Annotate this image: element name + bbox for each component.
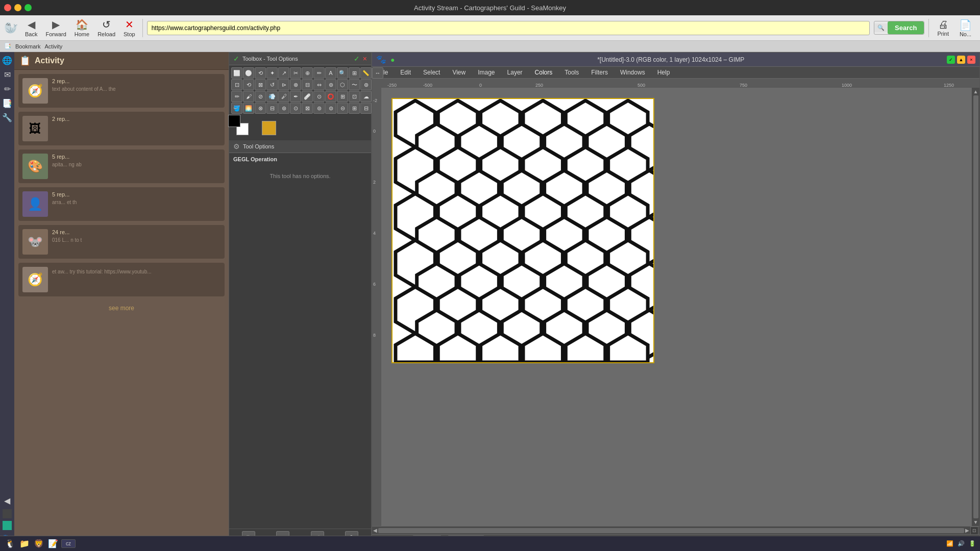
taskbar-kde-icon[interactable]: 🐧 [4, 538, 16, 550]
scroll-right-arrow[interactable]: ▶ [965, 528, 969, 533]
tool-foreground-select[interactable]: ⊕ [302, 67, 313, 79]
scroll-thumb-h[interactable] [378, 528, 964, 533]
print-button[interactable]: 🖨 Print [933, 18, 953, 38]
foreground-color-box[interactable] [228, 115, 240, 127]
tool-heal[interactable]: 🩹 [302, 91, 313, 102]
gimp-menu-view[interactable]: View [450, 68, 468, 77]
tool-mypaint[interactable]: ✒ [290, 91, 301, 102]
tool-ellipse-select[interactable]: ⚪ [243, 67, 254, 79]
sm-icon-browser[interactable]: 🌐 [1, 54, 14, 67]
sm-icon-compose[interactable]: ✏ [3, 83, 12, 95]
tool-extra9[interactable]: ⊟ [360, 103, 372, 114]
tool-shear[interactable]: ⊗ [290, 79, 301, 90]
sm-icon-bookmarks[interactable]: 📑 [1, 97, 14, 110]
minimize-button[interactable] [14, 4, 21, 11]
taskbar-files-icon[interactable]: 📁 [18, 538, 31, 550]
tool-airbrush[interactable]: 💨 [266, 91, 278, 102]
tool-extra4[interactable]: ⊠ [302, 103, 313, 114]
scroll-down-arrow[interactable]: ▼ [973, 519, 978, 525]
home-button[interactable]: 🏠 Home [71, 16, 92, 39]
tool-transform[interactable]: ⟲ [243, 79, 254, 90]
gimp-menu-filters[interactable]: Filters [589, 68, 610, 77]
tool-edit-select[interactable]: ⊗ [255, 103, 266, 114]
gimp-menu-select[interactable]: Select [421, 68, 442, 77]
tool-spot-heal[interactable]: ⭕ [325, 91, 336, 102]
tool-extra3[interactable]: ⊙ [290, 103, 301, 114]
tool-rotate[interactable]: ↺ [266, 79, 278, 90]
tool-clone[interactable]: ⊙ [313, 91, 325, 102]
tool-scissors[interactable]: ✂ [290, 67, 301, 79]
tool-convolve[interactable]: ⊡ [349, 91, 360, 102]
tool-extra6[interactable]: ⊜ [325, 103, 336, 114]
taskbar-text-icon[interactable]: 📝 [47, 538, 59, 550]
sm-icon-mail[interactable]: ✉ [3, 68, 12, 81]
tool-blend[interactable]: 🌅 [243, 103, 254, 114]
gimp-scrollbar-horizontal[interactable]: ◀ ▶ ⊡ [372, 526, 979, 534]
tool-paths[interactable]: ✏ [313, 67, 325, 79]
taskbar-browser-icon[interactable]: 🦁 [33, 538, 45, 550]
tool-extra7[interactable]: ⊝ [337, 103, 348, 114]
reload-button[interactable]: ↺ Reload [94, 16, 118, 39]
sm-icon-color2[interactable] [3, 521, 12, 530]
gimp-check-icon[interactable]: ✓ [947, 56, 955, 64]
gimp-menu-tools[interactable]: Tools [562, 68, 581, 77]
tool-fuzzy-select[interactable]: ✦ [266, 67, 278, 79]
no-button[interactable]: 📄 No... [955, 18, 976, 38]
tool-color-picker[interactable]: 🔍 [337, 67, 348, 79]
tool-extra2[interactable]: ⊛ [278, 103, 289, 114]
activity-bookmark-item[interactable]: Activity [45, 43, 63, 49]
scroll-left-arrow[interactable]: ◀ [373, 528, 377, 533]
tool-scale[interactable]: ⊳ [278, 79, 289, 90]
taskbar-app-cz[interactable]: cz [61, 539, 76, 548]
url-input[interactable] [147, 21, 870, 35]
tool-flip[interactable]: ⇔ [313, 79, 325, 90]
tool-perspective-clone[interactable]: ⊞ [337, 91, 348, 102]
tool-extra5[interactable]: ⊚ [313, 103, 325, 114]
search-button[interactable]: Search [888, 21, 924, 34]
sm-icon-color1[interactable] [3, 509, 12, 518]
tool-extra8[interactable]: ⊞ [349, 103, 360, 114]
tool-handle-transform[interactable]: ⊚ [325, 79, 336, 90]
gimp-minimize-icon[interactable]: ▲ [957, 56, 965, 64]
active-color-preview[interactable] [262, 121, 276, 135]
tool-move[interactable]: ↔ [372, 67, 383, 79]
tool-crop[interactable]: ⊠ [255, 79, 266, 90]
tool-perspective[interactable]: ⊟ [302, 79, 313, 90]
tool-align[interactable]: ⊡ [231, 79, 242, 90]
tool-select-by-color[interactable]: ↗ [278, 67, 289, 79]
gimp-menu-help[interactable]: Help [655, 68, 672, 77]
stop-button[interactable]: ✕ Stop [120, 16, 138, 39]
gimp-menu-edit[interactable]: Edit [398, 68, 413, 77]
sm-icon-tools[interactable]: 🔧 [1, 111, 14, 124]
fit-to-window-icon[interactable]: ⊡ [970, 527, 978, 535]
tool-rect-select[interactable]: ⬜ [231, 67, 242, 79]
maximize-button[interactable] [24, 4, 32, 11]
tool-text[interactable]: A [325, 67, 336, 79]
scroll-up-arrow[interactable]: ▲ [973, 89, 978, 94]
tool-smudge[interactable]: ☁ [360, 91, 372, 102]
forward-button[interactable]: ▶ Forward [42, 16, 69, 39]
scroll-thumb-v[interactable] [973, 95, 978, 518]
gimp-menu-colors[interactable]: Colors [533, 68, 555, 77]
tool-paintbrush[interactable]: 🖌 [243, 91, 254, 102]
tool-zoom[interactable]: ⊞ [349, 67, 360, 79]
gimp-menu-image[interactable]: Image [476, 68, 497, 77]
tool-unified[interactable]: ⊛ [360, 79, 372, 90]
gimp-close-icon[interactable]: × [967, 56, 975, 64]
tool-bucket-fill[interactable]: 🪣 [231, 103, 242, 114]
gimp-menu-layer[interactable]: Layer [505, 68, 525, 77]
gimp-canvas-area[interactable] [381, 88, 971, 526]
tool-measure[interactable]: 📏 [360, 67, 372, 79]
back-button[interactable]: ◀ Back [22, 16, 40, 39]
tool-free-select[interactable]: ⟲ [255, 67, 266, 79]
tool-ink[interactable]: 🖋 [278, 91, 289, 102]
close-button[interactable] [4, 4, 11, 11]
seamonkey-logo-icon[interactable]: 🦭 [4, 21, 18, 35]
tool-eraser[interactable]: ⊘ [255, 91, 266, 102]
see-more-link[interactable]: see more [18, 300, 225, 316]
gimp-scrollbar-vertical[interactable]: ▲ ▼ [971, 88, 979, 526]
tool-extra1[interactable]: ⊟ [266, 103, 278, 114]
tool-cage[interactable]: ⬡ [337, 79, 348, 90]
tool-pencil[interactable]: ✏ [231, 91, 242, 102]
gimp-menu-windows[interactable]: Windows [618, 68, 647, 77]
